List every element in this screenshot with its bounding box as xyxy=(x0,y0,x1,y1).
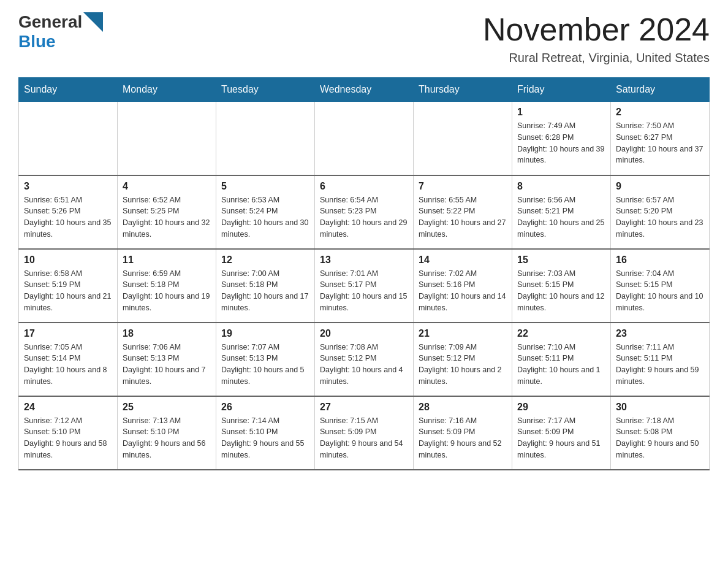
table-row: 11Sunrise: 6:59 AMSunset: 5:18 PMDayligh… xyxy=(118,249,216,323)
day-number: 17 xyxy=(24,328,112,339)
table-row: 26Sunrise: 7:14 AMSunset: 5:10 PMDayligh… xyxy=(216,396,315,470)
day-number: 18 xyxy=(123,328,211,339)
day-info: Sunrise: 7:13 AMSunset: 5:10 PMDaylight:… xyxy=(123,415,211,461)
day-info: Sunrise: 7:08 AMSunset: 5:12 PMDaylight:… xyxy=(320,342,408,388)
logo-general-text: General xyxy=(18,12,82,32)
header-monday: Monday xyxy=(118,78,216,102)
day-info: Sunrise: 6:52 AMSunset: 5:25 PMDaylight:… xyxy=(123,194,211,240)
day-info: Sunrise: 7:11 AMSunset: 5:11 PMDaylight:… xyxy=(616,342,704,388)
day-number: 8 xyxy=(517,181,605,192)
day-info: Sunrise: 7:03 AMSunset: 5:15 PMDaylight:… xyxy=(517,268,605,314)
header-thursday: Thursday xyxy=(414,78,512,102)
table-row: 1Sunrise: 7:49 AMSunset: 6:28 PMDaylight… xyxy=(512,102,611,175)
table-row: 30Sunrise: 7:18 AMSunset: 5:08 PMDayligh… xyxy=(611,396,710,470)
day-info: Sunrise: 7:09 AMSunset: 5:12 PMDaylight:… xyxy=(419,342,507,388)
day-info: Sunrise: 6:51 AMSunset: 5:26 PMDaylight:… xyxy=(24,194,112,240)
day-number: 22 xyxy=(517,328,605,339)
calendar-week-row: 17Sunrise: 7:05 AMSunset: 5:14 PMDayligh… xyxy=(19,323,710,396)
day-number: 6 xyxy=(320,181,408,192)
table-row: 22Sunrise: 7:10 AMSunset: 5:11 PMDayligh… xyxy=(512,323,611,396)
month-title: November 2024 xyxy=(483,12,710,47)
day-info: Sunrise: 7:04 AMSunset: 5:15 PMDaylight:… xyxy=(616,268,704,314)
logo: General Blue xyxy=(18,12,104,52)
day-number: 7 xyxy=(419,181,507,192)
table-row: 24Sunrise: 7:12 AMSunset: 5:10 PMDayligh… xyxy=(19,396,118,470)
day-info: Sunrise: 6:59 AMSunset: 5:18 PMDaylight:… xyxy=(123,268,211,314)
day-info: Sunrise: 6:56 AMSunset: 5:21 PMDaylight:… xyxy=(517,194,605,240)
day-info: Sunrise: 7:14 AMSunset: 5:10 PMDaylight:… xyxy=(221,415,309,461)
table-row: 10Sunrise: 6:58 AMSunset: 5:19 PMDayligh… xyxy=(19,249,118,323)
header-friday: Friday xyxy=(512,78,611,102)
table-row: 5Sunrise: 6:53 AMSunset: 5:24 PMDaylight… xyxy=(216,175,315,249)
calendar-week-row: 1Sunrise: 7:49 AMSunset: 6:28 PMDaylight… xyxy=(19,102,710,175)
table-row: 13Sunrise: 7:01 AMSunset: 5:17 PMDayligh… xyxy=(315,249,414,323)
day-number: 11 xyxy=(123,255,211,266)
svg-marker-0 xyxy=(83,12,103,32)
day-number: 2 xyxy=(616,107,704,118)
table-row: 8Sunrise: 6:56 AMSunset: 5:21 PMDaylight… xyxy=(512,175,611,249)
table-row: 12Sunrise: 7:00 AMSunset: 5:18 PMDayligh… xyxy=(216,249,315,323)
table-row xyxy=(19,102,118,175)
day-info: Sunrise: 7:06 AMSunset: 5:13 PMDaylight:… xyxy=(123,342,211,388)
title-area: November 2024 Rural Retreat, Virginia, U… xyxy=(483,12,710,65)
table-row: 21Sunrise: 7:09 AMSunset: 5:12 PMDayligh… xyxy=(414,323,512,396)
table-row xyxy=(216,102,315,175)
day-info: Sunrise: 6:54 AMSunset: 5:23 PMDaylight:… xyxy=(320,194,408,240)
table-row: 29Sunrise: 7:17 AMSunset: 5:09 PMDayligh… xyxy=(512,396,611,470)
day-info: Sunrise: 7:10 AMSunset: 5:11 PMDaylight:… xyxy=(517,342,605,388)
day-number: 3 xyxy=(24,181,112,192)
day-number: 21 xyxy=(419,328,507,339)
table-row: 7Sunrise: 6:55 AMSunset: 5:22 PMDaylight… xyxy=(414,175,512,249)
header-tuesday: Tuesday xyxy=(216,78,315,102)
day-number: 14 xyxy=(419,255,507,266)
day-number: 13 xyxy=(320,255,408,266)
day-number: 26 xyxy=(221,402,309,413)
calendar-header-row: Sunday Monday Tuesday Wednesday Thursday… xyxy=(19,78,710,102)
table-row: 18Sunrise: 7:06 AMSunset: 5:13 PMDayligh… xyxy=(118,323,216,396)
day-number: 19 xyxy=(221,328,309,339)
logo-blue-text: Blue xyxy=(18,32,56,51)
table-row: 27Sunrise: 7:15 AMSunset: 5:09 PMDayligh… xyxy=(315,396,414,470)
day-number: 24 xyxy=(24,402,112,413)
table-row: 23Sunrise: 7:11 AMSunset: 5:11 PMDayligh… xyxy=(611,323,710,396)
table-row: 3Sunrise: 6:51 AMSunset: 5:26 PMDaylight… xyxy=(19,175,118,249)
day-info: Sunrise: 7:00 AMSunset: 5:18 PMDaylight:… xyxy=(221,268,309,314)
table-row: 28Sunrise: 7:16 AMSunset: 5:09 PMDayligh… xyxy=(414,396,512,470)
day-info: Sunrise: 6:58 AMSunset: 5:19 PMDaylight:… xyxy=(24,268,112,314)
day-number: 20 xyxy=(320,328,408,339)
day-info: Sunrise: 7:01 AMSunset: 5:17 PMDaylight:… xyxy=(320,268,408,314)
table-row: 19Sunrise: 7:07 AMSunset: 5:13 PMDayligh… xyxy=(216,323,315,396)
table-row: 25Sunrise: 7:13 AMSunset: 5:10 PMDayligh… xyxy=(118,396,216,470)
calendar-week-row: 24Sunrise: 7:12 AMSunset: 5:10 PMDayligh… xyxy=(19,396,710,470)
day-number: 1 xyxy=(517,107,605,118)
day-number: 29 xyxy=(517,402,605,413)
table-row: 2Sunrise: 7:50 AMSunset: 6:27 PMDaylight… xyxy=(611,102,710,175)
day-number: 12 xyxy=(221,255,309,266)
day-info: Sunrise: 7:18 AMSunset: 5:08 PMDaylight:… xyxy=(616,415,704,461)
calendar-week-row: 3Sunrise: 6:51 AMSunset: 5:26 PMDaylight… xyxy=(19,175,710,249)
day-number: 23 xyxy=(616,328,704,339)
table-row: 4Sunrise: 6:52 AMSunset: 5:25 PMDaylight… xyxy=(118,175,216,249)
day-info: Sunrise: 7:07 AMSunset: 5:13 PMDaylight:… xyxy=(221,342,309,388)
location-subtitle: Rural Retreat, Virginia, United States xyxy=(483,51,710,65)
calendar-table: Sunday Monday Tuesday Wednesday Thursday… xyxy=(18,77,710,470)
logo-triangle-icon xyxy=(83,12,103,32)
header-saturday: Saturday xyxy=(611,78,710,102)
day-info: Sunrise: 7:05 AMSunset: 5:14 PMDaylight:… xyxy=(24,342,112,388)
day-info: Sunrise: 7:49 AMSunset: 6:28 PMDaylight:… xyxy=(517,120,605,166)
day-number: 30 xyxy=(616,402,704,413)
day-number: 15 xyxy=(517,255,605,266)
table-row: 9Sunrise: 6:57 AMSunset: 5:20 PMDaylight… xyxy=(611,175,710,249)
day-info: Sunrise: 7:02 AMSunset: 5:16 PMDaylight:… xyxy=(419,268,507,314)
header-wednesday: Wednesday xyxy=(315,78,414,102)
table-row: 20Sunrise: 7:08 AMSunset: 5:12 PMDayligh… xyxy=(315,323,414,396)
day-info: Sunrise: 7:15 AMSunset: 5:09 PMDaylight:… xyxy=(320,415,408,461)
day-info: Sunrise: 7:16 AMSunset: 5:09 PMDaylight:… xyxy=(419,415,507,461)
day-number: 5 xyxy=(221,181,309,192)
day-info: Sunrise: 7:12 AMSunset: 5:10 PMDaylight:… xyxy=(24,415,112,461)
table-row: 15Sunrise: 7:03 AMSunset: 5:15 PMDayligh… xyxy=(512,249,611,323)
day-info: Sunrise: 6:55 AMSunset: 5:22 PMDaylight:… xyxy=(419,194,507,240)
table-row xyxy=(118,102,216,175)
day-info: Sunrise: 7:50 AMSunset: 6:27 PMDaylight:… xyxy=(616,120,704,166)
day-number: 10 xyxy=(24,255,112,266)
